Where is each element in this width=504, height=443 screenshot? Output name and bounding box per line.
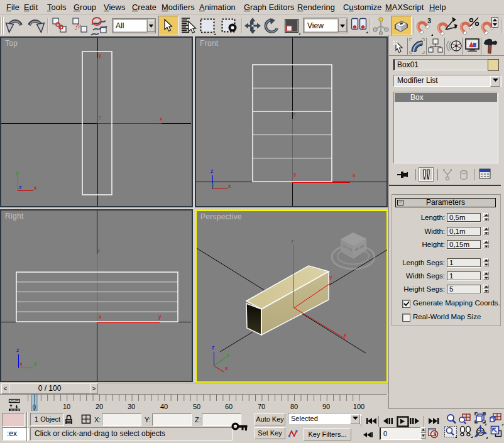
svg-text:70: 70: [258, 403, 265, 410]
svg-text:x: x: [19, 361, 23, 367]
svg-text:y: y: [293, 171, 297, 177]
svg-text:y: y: [226, 352, 229, 358]
svg-text:y: y: [329, 274, 332, 280]
svg-text:z: z: [99, 114, 102, 121]
svg-text:100: 100: [353, 403, 364, 410]
svg-text:y: y: [99, 52, 102, 58]
svg-text:0: 0: [33, 404, 36, 411]
svg-text:View: View: [307, 21, 324, 30]
svg-text:y: y: [16, 170, 19, 176]
svg-text:90: 90: [322, 403, 330, 410]
svg-text:x: x: [160, 116, 163, 122]
svg-text:x: x: [353, 172, 356, 178]
svg-text:30: 30: [128, 403, 135, 410]
svg-text:z: z: [293, 111, 296, 118]
svg-text:x: x: [225, 365, 228, 371]
svg-text:z: z: [97, 247, 101, 253]
svg-text:50: 50: [193, 403, 200, 410]
svg-text:x: x: [228, 183, 231, 189]
svg-text:y: y: [158, 314, 162, 320]
svg-text:z: z: [211, 168, 214, 174]
svg-text:20: 20: [96, 403, 103, 410]
svg-text:10: 10: [63, 403, 70, 410]
svg-text:y: y: [34, 360, 37, 366]
svg-text:z: z: [212, 344, 215, 351]
svg-text:3: 3: [427, 17, 431, 25]
svg-text:x: x: [34, 185, 37, 191]
svg-text:x: x: [99, 314, 102, 320]
svg-text:All: All: [116, 21, 124, 30]
svg-text:y: y: [212, 181, 215, 187]
svg-text:z: z: [16, 347, 19, 353]
svg-text:80: 80: [290, 403, 298, 410]
svg-text:x: x: [344, 332, 347, 338]
svg-text:z: z: [291, 238, 294, 244]
svg-text:60: 60: [225, 403, 233, 410]
svg-text:40: 40: [160, 403, 168, 410]
svg-text:z: z: [19, 184, 22, 190]
